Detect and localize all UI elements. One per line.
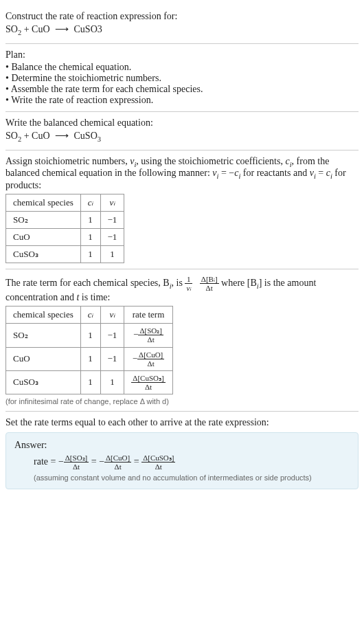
- plan-item: Write the rate of reaction expression.: [5, 95, 359, 106]
- fraction: Δ[CuSO₃]Δt: [141, 454, 175, 471]
- species-cuo: CuO: [32, 131, 49, 141]
- answer-box: Answer: rate = −Δ[SO₂]Δt = −Δ[CuO]Δt = Δ…: [5, 432, 359, 489]
- prompt-equation: SO2 + CuO ⟶ CuSO3: [5, 23, 359, 36]
- col-nui: νᵢ: [100, 194, 124, 212]
- plan-section: Plan: Balance the chemical equation. Det…: [5, 44, 359, 112]
- fraction: Δ[SO₂]Δt: [64, 454, 89, 471]
- reaction-arrow-icon: ⟶: [52, 131, 71, 141]
- table-header-row: chemical species cᵢ νᵢ rate term: [6, 307, 173, 324]
- final-title: Set the rate terms equal to each other t…: [5, 417, 359, 428]
- stoich-table: chemical species cᵢ νᵢ SO₂ 1 −1 CuO 1 −1…: [5, 194, 124, 263]
- table-row: CuO 1 −1 −Δ[CuO]Δt: [6, 347, 173, 370]
- plan-item: Balance the chemical equation.: [5, 62, 359, 73]
- table-row: SO₂ 1 −1: [6, 212, 124, 229]
- species-cuso3: CuSO3: [74, 24, 102, 34]
- fraction: Δ[SO₂]Δt: [138, 326, 163, 344]
- col-rateterm: rate term: [124, 307, 172, 324]
- col-ci: cᵢ: [80, 307, 100, 324]
- fraction: Δ[CuO]Δt: [104, 454, 131, 471]
- stoich-section: Assign stoichiometric numbers, νi, using…: [5, 151, 359, 270]
- plan-item: Assemble the rate term for each chemical…: [5, 84, 359, 95]
- fraction: Δ[CuO]Δt: [137, 350, 164, 368]
- final-section: Set the rate terms equal to each other t…: [5, 412, 359, 495]
- rate-expression: rate = −Δ[SO₂]Δt = −Δ[CuO]Δt = Δ[CuSO₃]Δ…: [14, 454, 350, 471]
- plan-list: Balance the chemical equation. Determine…: [5, 62, 359, 106]
- balanced-equation: SO2 + CuO ⟶ CuSO3: [5, 130, 359, 143]
- assumption-note: (assuming constant volume and no accumul…: [14, 473, 350, 482]
- col-species: chemical species: [6, 307, 81, 324]
- fraction: Δ[CuSO₃]Δt: [131, 374, 165, 391]
- table-header-row: chemical species cᵢ νᵢ: [6, 194, 124, 212]
- balanced-section: Write the balanced chemical equation: SO…: [5, 112, 359, 151]
- stoich-text: Assign stoichiometric numbers, νi, using…: [5, 156, 359, 192]
- rateterm-table: chemical species cᵢ νᵢ rate term SO₂ 1 −…: [5, 306, 173, 394]
- reaction-arrow-icon: ⟶: [52, 24, 71, 34]
- fraction: 1νᵢ: [185, 275, 192, 292]
- species-so2: SO2: [5, 131, 21, 141]
- table-row: CuSO₃ 1 1 Δ[CuSO₃]Δt: [6, 370, 173, 394]
- col-species: chemical species: [6, 194, 81, 212]
- species-so2: SO2: [5, 24, 21, 34]
- table-row: SO₂ 1 −1 −Δ[SO₂]Δt: [6, 324, 173, 347]
- plan-heading: Plan:: [5, 49, 359, 60]
- col-ci: cᵢ: [80, 194, 100, 212]
- prompt-section: Construct the rate of reaction expressio…: [5, 5, 359, 44]
- table-row: CuO 1 −1: [6, 229, 124, 246]
- balanced-title: Write the balanced chemical equation:: [5, 118, 359, 129]
- fraction: Δ[Bᵢ]Δt: [200, 275, 219, 292]
- rateterm-section: The rate term for each chemical species,…: [5, 269, 359, 412]
- species-cuso3: CuSO3: [74, 131, 101, 141]
- delta-note: (for infinitesimal rate of change, repla…: [5, 397, 359, 405]
- species-cuo: CuO: [32, 24, 49, 34]
- answer-label: Answer:: [14, 440, 350, 451]
- plan-item: Determine the stoichiometric numbers.: [5, 73, 359, 84]
- table-row: CuSO₃ 1 1: [6, 246, 124, 263]
- col-nui: νᵢ: [100, 307, 124, 324]
- prompt-title: Construct the rate of reaction expressio…: [5, 11, 359, 22]
- rateterm-text: The rate term for each chemical species,…: [5, 275, 359, 303]
